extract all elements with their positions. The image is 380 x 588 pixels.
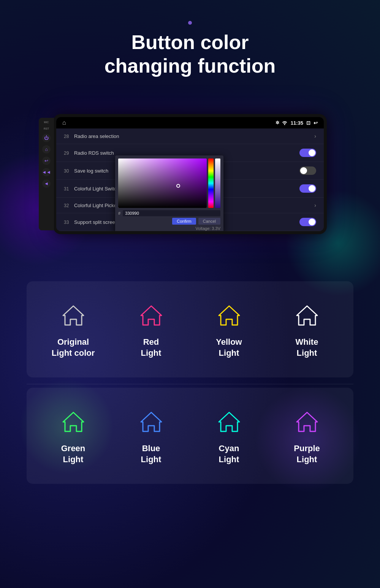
color-label-original: OriginalLight color	[52, 337, 95, 358]
picker-buttons: Confirm Cancel	[118, 218, 220, 225]
mic-dot	[188, 21, 192, 25]
color-options-row1: OriginalLight color RedLight	[27, 281, 353, 377]
item-32-content: 32 Colorful Light Picker	[64, 203, 118, 208]
rst-label: RST	[44, 127, 49, 130]
back-btn[interactable]: ↩	[42, 157, 51, 165]
status-bar-right: ✲ 11:35 ⊡ ↩	[276, 120, 318, 126]
confirm-button[interactable]: Confirm	[172, 218, 196, 225]
voltage-display: Voltage: 3.3V	[118, 226, 220, 231]
item-30-label: Save log switch	[74, 168, 108, 174]
main-title: Button color changing function	[57, 30, 323, 78]
color-item-purple: PurpleLight	[268, 399, 346, 472]
mic-label: MIC	[44, 121, 49, 124]
prev-btn[interactable]: ◄◄	[42, 168, 51, 176]
color-grid-row1: OriginalLight color RedLight	[27, 281, 353, 377]
item-31-toggle-knob	[309, 185, 315, 192]
color-item-cyan: CyanLight	[190, 399, 268, 472]
item-29-content: 29 Radio RDS switch	[64, 150, 114, 156]
hex-value[interactable]: 330990	[123, 210, 220, 216]
color-gradient[interactable]	[118, 158, 207, 208]
item-31-content: 31 Colorful Light Switch	[64, 186, 119, 192]
item-28-chevron: ›	[314, 133, 316, 139]
color-item-red: RedLight	[112, 293, 190, 366]
cancel-button[interactable]: Cancel	[198, 218, 220, 225]
time-display: 11:35	[291, 120, 303, 126]
house-icon-yellow	[214, 300, 244, 331]
item-28-content: 28 Radio area selection	[64, 133, 119, 139]
settings-item-28[interactable]: 28 Radio area selection ›	[56, 128, 324, 144]
item-32-chevron: ›	[314, 202, 316, 208]
title-line1: Button color	[131, 31, 249, 53]
status-icons: ✲	[276, 120, 288, 126]
house-icon-blue	[136, 407, 166, 437]
color-item-yellow: YellowLight	[190, 293, 268, 366]
color-label-yellow: YellowLight	[216, 337, 242, 358]
device-container: MIC RST ⏻ ⌂ ↩ ◄◄ ◄ ⌂ ✲	[53, 114, 327, 234]
item-32-number: 32	[64, 203, 69, 208]
color-item-blue: BlueLight	[112, 399, 190, 472]
item-29-label: Radio RDS switch	[74, 150, 114, 156]
car-radio: MIC RST ⏻ ⌂ ↩ ◄◄ ◄ ⌂ ✲	[53, 114, 327, 234]
color-options-row2: GreenLight BlueLight CyanLight	[27, 388, 353, 484]
color-grid-row2: GreenLight BlueLight CyanLight	[27, 388, 353, 484]
item-33-toggle-knob	[309, 219, 315, 225]
item-31-label: Colorful Light Switch	[74, 186, 119, 192]
color-label-purple: PurpleLight	[294, 443, 320, 465]
item-30-content: 30 Save log switch	[64, 168, 108, 174]
house-icon-purple	[292, 407, 322, 437]
status-bar-left: ⌂	[62, 119, 66, 126]
color-label-white: WhiteLight	[296, 337, 318, 358]
home-icon[interactable]: ⌂	[62, 119, 66, 126]
item-28-number: 28	[64, 134, 69, 139]
house-icon-white	[292, 300, 322, 331]
status-bar: ⌂ ✲ 11:35 ⊡ ↩	[56, 117, 324, 128]
item-32-label: Colorful Light Picker	[74, 203, 118, 208]
item-33-content: 33 Support split screen	[64, 219, 118, 225]
color-opacity-strip[interactable]	[215, 158, 220, 208]
item-29-toggle[interactable]	[299, 149, 316, 157]
title-line2: changing function	[104, 55, 276, 77]
color-item-white: WhiteLight	[268, 293, 346, 366]
wifi-icon	[282, 120, 288, 126]
item-29-number: 29	[64, 151, 69, 156]
item-29-toggle-knob	[309, 149, 315, 156]
back-nav-icon[interactable]: ↩	[314, 120, 318, 126]
house-icon-original	[58, 300, 89, 331]
home-btn[interactable]: ⌂	[42, 145, 51, 154]
color-hue-strip[interactable]	[208, 158, 214, 208]
bluetooth-icon: ✲	[276, 120, 279, 125]
next-btn[interactable]: ◄	[42, 179, 51, 188]
hex-row: # 330990	[118, 210, 220, 216]
divider-line	[27, 384, 353, 384]
item-31-toggle[interactable]	[299, 184, 316, 193]
item-30-number: 30	[64, 168, 69, 174]
item-30-toggle[interactable]	[299, 166, 316, 175]
item-30-toggle-knob	[300, 167, 307, 174]
item-31-number: 31	[64, 186, 69, 192]
color-label-cyan: CyanLight	[219, 443, 239, 465]
house-icon-cyan	[214, 407, 244, 437]
settings-list: 28 Radio area selection › 29 Radio RDS s…	[56, 128, 324, 231]
house-icon-green	[58, 407, 89, 437]
item-33-number: 33	[64, 220, 69, 225]
settings-item-29[interactable]: 29 Radio RDS switch	[56, 144, 324, 162]
item-28-label: Radio area selection	[74, 133, 119, 139]
item-33-toggle[interactable]	[299, 218, 316, 226]
color-label-red: RedLight	[141, 337, 162, 358]
cast-icon: ⊡	[306, 120, 310, 126]
hex-label: #	[118, 211, 120, 216]
color-label-blue: BlueLight	[141, 443, 162, 465]
left-panel: MIC RST ⏻ ⌂ ↩ ◄◄ ◄	[39, 118, 54, 230]
color-item-original: OriginalLight color	[34, 293, 112, 366]
power-btn[interactable]: ⏻	[42, 134, 51, 142]
color-label-green: GreenLight	[61, 443, 86, 465]
device-screen: ⌂ ✲ 11:35 ⊡ ↩	[56, 117, 324, 231]
house-icon-red	[136, 300, 166, 331]
color-picker-popup: # 330990 Confirm Cancel Voltage: 3.3V	[115, 155, 223, 231]
color-picker-gradient-area[interactable]	[118, 158, 220, 208]
picker-cursor[interactable]	[176, 184, 180, 188]
color-item-green: GreenLight	[34, 399, 112, 472]
item-33-label: Support split screen	[74, 219, 118, 225]
